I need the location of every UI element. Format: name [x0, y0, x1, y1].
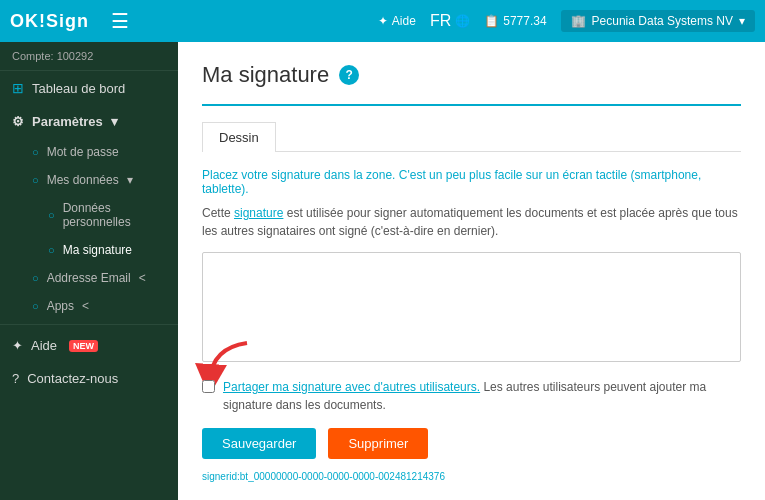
user-menu[interactable]: 🏢 Pecunia Data Systems NV ▾	[561, 10, 755, 32]
info-text-1: Placez votre signature dans la zone. C'e…	[202, 168, 741, 196]
chevron-down-icon: ▾	[127, 173, 133, 187]
delete-button[interactable]: Supprimer	[328, 428, 428, 459]
page-title-row: Ma signature ?	[202, 62, 741, 88]
sidebar-masig-label: Ma signature	[63, 243, 132, 257]
header-right: ✦ Aide FR 🌐 📋 5777.34 🏢 Pecunia Data Sys…	[378, 10, 755, 32]
sidebar-item-aide[interactable]: ✦ Aide NEW	[0, 329, 178, 362]
chevron-left-icon: <	[139, 271, 146, 285]
main-layout: Compte: 100292 ⊞ Tableau de bord ⚙ Param…	[0, 42, 765, 500]
circle-icon: ○	[48, 209, 55, 221]
sidebar-item-mot-de-passe[interactable]: ○ Mot de passe	[0, 138, 178, 166]
account-label: Compte: 100292	[0, 42, 178, 71]
sidebar-item-contactez-nous[interactable]: ? Contactez-nous	[0, 362, 178, 395]
chevron-down-icon: ▾	[739, 14, 745, 28]
signature-drawing-area[interactable]	[202, 252, 741, 362]
info-text-2-part1: Cette	[202, 206, 234, 220]
signer-id: signerid:bt_00000000-0000-0000-0000-0024…	[202, 471, 741, 482]
info-text-2: Cette signature est utilisée pour signer…	[202, 204, 741, 240]
page-title: Ma signature	[202, 62, 329, 88]
share-signature-checkbox[interactable]	[202, 380, 215, 393]
share-signature-label: Partager ma signature avec d'autres util…	[223, 378, 741, 414]
user-name: Pecunia Data Systems NV	[592, 14, 733, 28]
sidebar-item-tableau-de-bord[interactable]: ⊞ Tableau de bord	[0, 71, 178, 105]
sidebar-donnees-label: Données personnelles	[63, 201, 166, 229]
sidebar-mesdonnees-label: Mes données	[47, 173, 119, 187]
content-area: Ma signature ? Dessin Placez votre signa…	[178, 42, 765, 500]
circle-icon: ○	[32, 300, 39, 312]
sidebar-email-label: Addresse Email	[47, 271, 131, 285]
top-header: OK!Sign ☰ ✦ Aide FR 🌐 📋 5777.34 🏢 Pecuni…	[0, 0, 765, 42]
credit-value: 5777.34	[503, 14, 546, 28]
circle-icon: ○	[48, 244, 55, 256]
aide-icon: ✦	[378, 14, 388, 28]
sidebar-apps-label: Apps	[47, 299, 74, 313]
title-divider	[202, 104, 741, 106]
save-button[interactable]: Sauvegarder	[202, 428, 316, 459]
share-signature-row: Partager ma signature avec d'autres util…	[202, 378, 741, 414]
sidebar-item-ma-signature[interactable]: ○ Ma signature	[0, 236, 178, 264]
sidebar: Compte: 100292 ⊞ Tableau de bord ⚙ Param…	[0, 42, 178, 500]
settings-icon: ⚙	[12, 114, 24, 129]
aide-label: Aide	[392, 14, 416, 28]
share-link-text[interactable]: Partager ma signature avec d'autres util…	[223, 380, 480, 394]
sidebar-item-apps[interactable]: ○ Apps <	[0, 292, 178, 320]
sidebar-item-donnees-personnelles[interactable]: ○ Données personnelles	[0, 194, 178, 236]
credit-display[interactable]: 📋 5777.34	[484, 14, 546, 28]
chevron-down-icon: ▾	[111, 114, 118, 129]
aide-sidebar-icon: ✦	[12, 338, 23, 353]
sidebar-item-parametres[interactable]: ⚙ Paramètres ▾	[0, 105, 178, 138]
dashboard-icon: ⊞	[12, 80, 24, 96]
sidebar-divider	[0, 324, 178, 325]
credit-icon: 📋	[484, 14, 499, 28]
tab-dessin[interactable]: Dessin	[202, 122, 276, 152]
sidebar-item-mes-donnees[interactable]: ○ Mes données ▾	[0, 166, 178, 194]
sidebar-item-addresse-email[interactable]: ○ Addresse Email <	[0, 264, 178, 292]
hamburger-icon[interactable]: ☰	[111, 9, 129, 33]
sidebar-aide-label: Aide	[31, 338, 57, 353]
header-left: OK!Sign ☰	[10, 9, 129, 33]
chevron-left-icon: <	[82, 299, 89, 313]
circle-icon: ○	[32, 174, 39, 186]
globe-icon: 🌐	[455, 14, 470, 28]
logo: OK!Sign	[10, 11, 89, 32]
aide-button[interactable]: ✦ Aide	[378, 14, 416, 28]
checkbox-section: Partager ma signature avec d'autres util…	[202, 378, 741, 414]
help-icon-button[interactable]: ?	[339, 65, 359, 85]
user-icon: 🏢	[571, 14, 586, 28]
new-badge: NEW	[69, 340, 98, 352]
sidebar-mdp-label: Mot de passe	[47, 145, 119, 159]
action-buttons-row: Sauvegarder Supprimer	[202, 428, 741, 459]
tabs-container: Dessin	[202, 122, 741, 152]
circle-icon: ○	[32, 146, 39, 158]
flag-icon: FR	[430, 12, 451, 30]
sidebar-tableau-label: Tableau de bord	[32, 81, 125, 96]
info-signature-link[interactable]: signature	[234, 206, 283, 220]
info-text-2-part2: est utilisée pour signer automatiquement…	[202, 206, 738, 238]
sidebar-contact-label: Contactez-nous	[27, 371, 118, 386]
circle-icon: ○	[32, 272, 39, 284]
sidebar-parametres-label: Paramètres	[32, 114, 103, 129]
contact-icon: ?	[12, 371, 19, 386]
language-button[interactable]: FR 🌐	[430, 12, 470, 30]
